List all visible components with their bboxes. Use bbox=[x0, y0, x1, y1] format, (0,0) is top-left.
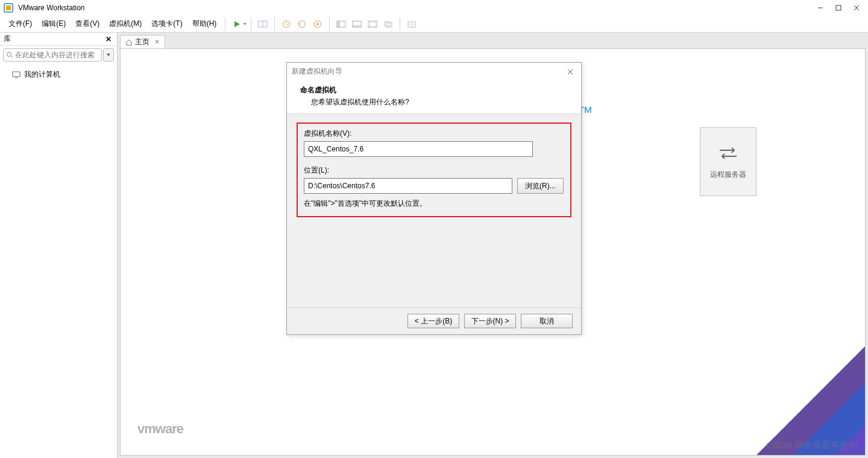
svg-rect-17 bbox=[353, 25, 361, 27]
search-icon bbox=[6, 51, 13, 59]
tree-item-label: 我的计算机 bbox=[24, 69, 60, 80]
tab-strip: 主页 ✕ bbox=[118, 33, 868, 48]
thumbnail-bottom-button[interactable] bbox=[349, 17, 365, 31]
home-icon bbox=[125, 39, 133, 46]
tab-label: 主页 bbox=[135, 37, 149, 47]
arrows-icon bbox=[717, 144, 739, 162]
svg-rect-13 bbox=[316, 23, 319, 25]
thumbnail-left-button[interactable] bbox=[333, 17, 349, 31]
search-dropdown-button[interactable] bbox=[103, 48, 114, 62]
dialog-close-button[interactable] bbox=[564, 67, 576, 77]
location-hint: 在"编辑">"首选项"中可更改默认位置。 bbox=[304, 199, 564, 209]
tree-item-my-computer[interactable]: 我的计算机 bbox=[4, 68, 113, 81]
svg-rect-25 bbox=[13, 72, 20, 77]
dialog-body: 虚拟机名称(V): 位置(L): 浏览(R)... 在"编辑">"首选项"中可更… bbox=[287, 114, 581, 307]
library-sidebar: 库 ✕ 我的计算机 bbox=[0, 33, 118, 458]
svg-rect-20 bbox=[386, 23, 392, 27]
search-input[interactable] bbox=[15, 51, 99, 59]
svg-rect-19 bbox=[385, 22, 390, 26]
sidebar-title: 库 bbox=[4, 34, 104, 44]
dialog-header: 命名虚拟机 您希望该虚拟机使用什么名称? bbox=[287, 80, 581, 114]
svg-point-11 bbox=[299, 21, 306, 27]
toolbar-separator bbox=[274, 17, 275, 31]
remote-server-label: 远程服务器 bbox=[710, 170, 746, 180]
svg-marker-7 bbox=[243, 23, 247, 25]
menu-tabs[interactable]: 选项卡(T) bbox=[146, 16, 187, 31]
close-button[interactable] bbox=[849, 2, 864, 14]
remote-server-card[interactable]: 远程服务器 bbox=[700, 127, 756, 196]
minimize-button[interactable] bbox=[813, 2, 828, 14]
unity-button[interactable] bbox=[380, 17, 396, 31]
watermark: CSDN @生命是有光的 bbox=[766, 440, 858, 451]
svg-line-23 bbox=[11, 56, 13, 58]
search-box[interactable] bbox=[3, 48, 102, 62]
split-view-button[interactable] bbox=[255, 17, 271, 31]
fullscreen-button[interactable] bbox=[365, 17, 380, 31]
dialog-titlebar: 新建虚拟机向导 bbox=[287, 63, 581, 80]
toolbar-separator bbox=[225, 17, 225, 31]
tab-close-button[interactable]: ✕ bbox=[154, 38, 160, 46]
svg-marker-24 bbox=[107, 54, 110, 56]
menu-help[interactable]: 帮助(H) bbox=[187, 16, 222, 31]
new-vm-wizard-dialog: 新建虚拟机向导 命名虚拟机 您希望该虚拟机使用什么名称? 虚拟机名称(V): 位… bbox=[286, 62, 582, 335]
vm-name-label: 虚拟机名称(V): bbox=[304, 129, 564, 139]
menu-edit[interactable]: 编辑(E) bbox=[37, 16, 71, 31]
vm-location-input[interactable] bbox=[304, 178, 512, 194]
titlebar: VMware Workstation bbox=[0, 0, 868, 16]
app-icon bbox=[4, 3, 13, 13]
dialog-title: 新建虚拟机向导 bbox=[292, 66, 564, 77]
svg-rect-3 bbox=[836, 5, 841, 10]
snapshot-button[interactable] bbox=[278, 17, 294, 31]
vm-location-label: 位置(L): bbox=[304, 165, 564, 176]
app-title: VMware Workstation bbox=[18, 4, 84, 12]
library-tree: 我的计算机 bbox=[0, 64, 117, 458]
corner-decoration bbox=[732, 322, 866, 456]
svg-point-22 bbox=[7, 52, 11, 57]
cancel-button[interactable]: 取消 bbox=[521, 314, 573, 328]
svg-rect-1 bbox=[6, 5, 11, 10]
toolbar-separator bbox=[251, 17, 251, 31]
dialog-heading: 命名虚拟机 bbox=[300, 85, 575, 95]
menubar: 文件(F) 编辑(E) 查看(V) 虚拟机(M) 选项卡(T) 帮助(H) bbox=[0, 16, 868, 33]
play-dropdown-icon[interactable] bbox=[242, 22, 247, 27]
snapshot-manager-button[interactable] bbox=[310, 17, 326, 31]
toolbar-separator bbox=[329, 17, 330, 31]
next-button[interactable]: 下一步(N) > bbox=[464, 314, 516, 328]
svg-marker-6 bbox=[234, 21, 240, 27]
svg-rect-15 bbox=[337, 21, 340, 27]
toolbar-separator bbox=[400, 17, 400, 31]
monitor-icon bbox=[12, 71, 20, 78]
menu-file[interactable]: 文件(F) bbox=[4, 16, 37, 31]
dialog-subheading: 您希望该虚拟机使用什么名称? bbox=[311, 97, 575, 107]
maximize-button[interactable] bbox=[831, 2, 846, 14]
back-button[interactable]: < 上一步(B) bbox=[407, 314, 459, 328]
tab-home[interactable]: 主页 ✕ bbox=[120, 35, 165, 48]
vm-name-input[interactable] bbox=[304, 141, 533, 157]
menu-vm[interactable]: 虚拟机(M) bbox=[104, 16, 146, 31]
browse-button[interactable]: 浏览(R)... bbox=[517, 178, 564, 194]
sidebar-close-button[interactable]: ✕ bbox=[104, 34, 113, 44]
stretch-button[interactable] bbox=[404, 17, 420, 31]
vmware-logo: vmware bbox=[137, 421, 183, 437]
menu-view[interactable]: 查看(V) bbox=[71, 16, 104, 31]
dialog-footer: < 上一步(B) 下一步(N) > 取消 bbox=[287, 307, 581, 334]
snapshot-revert-button[interactable] bbox=[294, 17, 310, 31]
highlighted-section: 虚拟机名称(V): 位置(L): 浏览(R)... 在"编辑">"首选项"中可更… bbox=[297, 122, 571, 217]
